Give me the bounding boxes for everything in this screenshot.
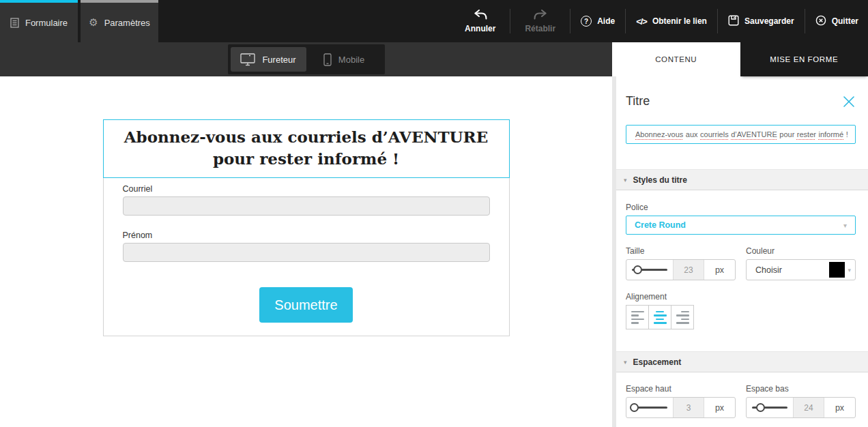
help-question-icon: ? [581,16,592,27]
title-text-input[interactable]: Abonnez-vousauxcourrielsd’AVENTUREpourre… [626,125,856,144]
collapse-caret-icon: ▾ [624,359,627,366]
toolbar-divider [570,9,570,33]
mobile-view-button[interactable]: Mobile [306,47,382,72]
toolbar-divider [625,9,626,33]
tab-parametres-label: Paramètres [104,18,150,28]
firstname-field-group: Prénom [123,231,490,262]
color-picker-button[interactable]: Choisir ▾ [746,259,856,280]
settings-panel: CONTENU MISE EN FORME Titre Abonnez-vous… [612,42,868,427]
help-button[interactable]: ? Aide [581,16,615,27]
email-field[interactable] [123,196,490,216]
collapse-caret-icon: ▾ [624,177,627,183]
font-size-unit: px [704,260,735,280]
alignement-label: Alignement [626,292,856,301]
alignment-button-group [626,305,856,329]
mobile-view-label: Mobile [338,55,364,65]
chevron-down-icon: ▾ [843,222,847,229]
mobile-phone-icon [323,53,332,66]
align-right-icon [676,311,689,324]
device-toggle: Fureteur Mobile [228,44,385,74]
form-fields-area: Courriel Prénom Soumettre [104,178,509,323]
font-family-select[interactable]: Crete Round ▾ [626,216,856,235]
form-document-icon [10,18,19,28]
section-espacement[interactable]: ▾ Espacement [612,351,868,372]
toolbar: Annuler Rétablir ? Aide </> Obt [461,0,868,42]
save-floppy-icon [728,15,739,28]
top-spacing-control: 3 px [626,397,736,418]
top-spacing-unit: px [704,398,735,417]
espace-bas-label: Espace bas [746,384,856,394]
align-center-button[interactable] [648,305,671,329]
panel-scrollbar[interactable] [612,76,616,427]
bottom-spacing-slider[interactable] [747,398,793,417]
toolbar-divider [510,9,510,33]
email-field-group: Courriel [123,184,490,216]
redo-button[interactable]: Rétablir [521,10,560,33]
font-family-value: Crete Round [635,220,686,230]
browser-view-button[interactable]: Fureteur [231,47,306,72]
firstname-field[interactable] [123,243,490,262]
panel-body: Titre Abonnez-vousauxcourrielsd’AVENTURE… [612,76,868,427]
main-tabs: Formulaire ⚙ Paramètres [0,0,158,42]
font-size-slider[interactable] [626,260,673,280]
align-center-icon [654,311,667,324]
firstname-field-label: Prénom [123,231,490,240]
code-brackets-icon: </> [636,16,647,27]
undo-arrow-icon [474,10,487,22]
tab-contenu[interactable]: CONTENU [612,42,740,76]
tab-parametres[interactable]: ⚙ Paramètres [81,0,158,42]
align-left-button[interactable] [626,305,649,329]
undo-button[interactable]: Annuler [461,10,500,33]
submit-button[interactable]: Soumettre [259,287,353,323]
font-size-control: 23 px [626,259,736,280]
bottom-spacing-unit: px [824,398,855,417]
toolbar-divider [717,9,718,33]
quit-x-circle-icon [815,15,826,28]
slider-knob[interactable] [630,403,639,412]
browser-view-label: Fureteur [262,55,295,65]
bottom-spacing-control: 24 px [746,397,856,418]
espace-haut-label: Espace haut [626,384,736,394]
redo-label: Rétablir [525,24,555,33]
quit-button[interactable]: Quitter [815,15,858,28]
close-icon[interactable] [842,95,856,108]
monitor-icon [240,53,255,66]
panel-heading: Titre [626,94,650,108]
align-right-button[interactable] [671,305,694,329]
form-preview: Abonnez-vous aux courriels d’AVENTURE po… [103,119,510,336]
align-left-icon [631,311,644,324]
tab-mise-en-forme[interactable]: MISE EN FORME [740,42,868,76]
color-picker-value: Choisir [755,265,829,275]
color-swatch [829,262,845,278]
get-link-button[interactable]: </> Obtenir le lien [636,16,707,27]
save-label: Sauvegarder [744,16,794,26]
top-spacing-slider[interactable] [626,398,673,417]
taille-label: Taille [626,246,736,256]
font-size-value[interactable]: 23 [673,260,704,280]
bottom-spacing-value[interactable]: 24 [793,398,824,417]
help-label: Aide [597,16,615,26]
get-link-label: Obtenir le lien [652,16,707,26]
slider-knob[interactable] [633,265,642,274]
slider-knob[interactable] [756,403,765,412]
redo-arrow-icon [534,10,547,22]
gear-icon: ⚙ [89,18,98,28]
form-canvas: Abonnez-vous aux courriels d’AVENTURE po… [0,76,612,427]
form-title-block-selected[interactable]: Abonnez-vous aux courriels d’AVENTURE po… [103,119,510,178]
toolbar-divider [805,9,805,33]
tab-formulaire[interactable]: Formulaire [0,0,78,42]
tab-formulaire-label: Formulaire [25,18,68,28]
section-styles-du-titre[interactable]: ▾ Styles du titre [612,169,868,190]
police-label: Police [626,203,856,212]
chevron-down-icon: ▾ [848,267,851,274]
top-bar: Formulaire ⚙ Paramètres Annuler [0,0,868,42]
section-espacement-label: Espacement [633,357,682,367]
top-spacing-value[interactable]: 3 [673,398,704,417]
email-field-label: Courriel [123,184,490,194]
save-button[interactable]: Sauvegarder [728,15,794,28]
panel-tabs: CONTENU MISE EN FORME [612,42,868,76]
undo-label: Annuler [465,24,495,33]
canvas-subheader: Fureteur Mobile [0,42,612,76]
canvas-column: Fureteur Mobile [0,42,612,427]
app-window: Formulaire ⚙ Paramètres Annuler [0,0,868,427]
